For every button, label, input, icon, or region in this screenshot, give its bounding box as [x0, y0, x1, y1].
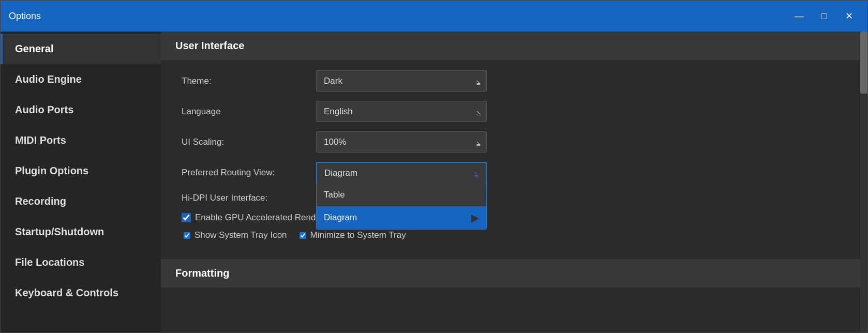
sidebar-item-midi-ports[interactable]: MIDI Ports — [1, 125, 161, 156]
options-window: Options — □ ✕ General Audio Engine Audio… — [0, 0, 868, 333]
section-header-formatting: Formatting — [161, 259, 867, 287]
window-controls: — □ ✕ — [789, 7, 859, 25]
routing-view-select-wrapper: Diagram ⦥ Table Diagram ▶ — [316, 162, 487, 184]
sidebar-item-recording[interactable]: Recording — [1, 186, 161, 217]
sidebar: General Audio Engine Audio Ports MIDI Po… — [1, 32, 161, 332]
close-button[interactable]: ✕ — [839, 7, 859, 25]
theme-control: Dark Light System ⦥ — [316, 70, 492, 92]
window-body: General Audio Engine Audio Ports MIDI Po… — [1, 32, 867, 332]
gpu-checkbox-row: Enable GPU Accelerated Rendering (OpenGL… — [182, 213, 847, 223]
language-select[interactable]: English French German Spanish — [316, 101, 487, 122]
show-tray-row: Show System Tray Icon — [184, 230, 287, 240]
theme-label: Theme: — [182, 76, 316, 86]
ui-scaling-select[interactable]: 75% 100% 125% 150% 200% — [316, 131, 487, 153]
language-row: Language English French German Spanish ⦥ — [182, 101, 847, 122]
maximize-button[interactable]: □ — [814, 7, 834, 25]
routing-view-row: Preferred Routing View: Diagram ⦥ Table … — [182, 162, 847, 184]
sidebar-item-audio-engine[interactable]: Audio Engine — [1, 64, 161, 95]
ui-scaling-select-wrapper: 75% 100% 125% 150% 200% ⦥ — [316, 131, 487, 153]
content-area: User Interface Theme: Dark Light System — [161, 32, 867, 332]
sidebar-item-audio-ports[interactable]: Audio Ports — [1, 95, 161, 125]
scrollbar-thumb[interactable] — [860, 32, 867, 94]
minimize-tray-checkbox[interactable] — [300, 232, 306, 239]
routing-view-dropdown-list: Table Diagram ▶ — [316, 184, 487, 230]
sidebar-item-file-locations[interactable]: File Locations — [1, 247, 161, 278]
routing-view-chevron-icon: ⦥ — [474, 169, 478, 178]
routing-view-label: Preferred Routing View: — [182, 162, 316, 178]
theme-select[interactable]: Dark Light System — [316, 70, 487, 92]
title-bar: Options — □ ✕ — [1, 1, 867, 32]
sidebar-item-general[interactable]: General — [1, 34, 161, 64]
language-control: English French German Spanish ⦥ — [316, 101, 492, 122]
gpu-checkbox[interactable] — [182, 213, 191, 222]
hi-dpi-row: Hi-DPI User Interface: — [182, 193, 847, 203]
minimize-tray-row: Minimize to System Tray — [300, 230, 406, 240]
sidebar-item-keyboard-controls[interactable]: Keyboard & Controls — [1, 278, 161, 308]
window-title: Options — [9, 11, 789, 22]
routing-view-control: Diagram ⦥ Table Diagram ▶ — [316, 162, 492, 184]
routing-view-option-diagram[interactable]: Diagram ▶ — [317, 206, 486, 229]
ui-scaling-label: UI Scaling: — [182, 137, 316, 147]
sidebar-item-startup-shutdown[interactable]: Startup/Shutdown — [1, 217, 161, 247]
minimize-button[interactable]: — — [789, 7, 810, 25]
cursor-icon: ▶ — [471, 211, 479, 224]
language-label: Language — [182, 107, 316, 117]
tray-checkboxes: Show System Tray Icon Minimize to System… — [184, 230, 847, 240]
settings-body: Theme: Dark Light System ⦥ — [161, 60, 867, 251]
show-tray-label: Show System Tray Icon — [194, 230, 287, 240]
minimize-tray-label: Minimize to System Tray — [310, 230, 406, 240]
theme-row: Theme: Dark Light System ⦥ — [182, 70, 847, 92]
scrollbar[interactable] — [860, 32, 867, 332]
theme-select-wrapper: Dark Light System ⦥ — [316, 70, 487, 92]
formatting-section: Formatting — [161, 259, 867, 287]
sidebar-item-plugin-options[interactable]: Plugin Options — [1, 156, 161, 186]
routing-view-option-table[interactable]: Table — [317, 184, 486, 206]
routing-view-dropdown-header[interactable]: Diagram ⦥ — [316, 162, 487, 184]
section-header-user-interface: User Interface — [161, 32, 867, 60]
hi-dpi-label: Hi-DPI User Interface: — [182, 193, 316, 203]
ui-scaling-control: 75% 100% 125% 150% 200% ⦥ — [316, 131, 492, 153]
show-tray-checkbox[interactable] — [184, 232, 190, 239]
ui-scaling-row: UI Scaling: 75% 100% 125% 150% 200% ⦥ — [182, 131, 847, 153]
language-select-wrapper: English French German Spanish ⦥ — [316, 101, 487, 122]
